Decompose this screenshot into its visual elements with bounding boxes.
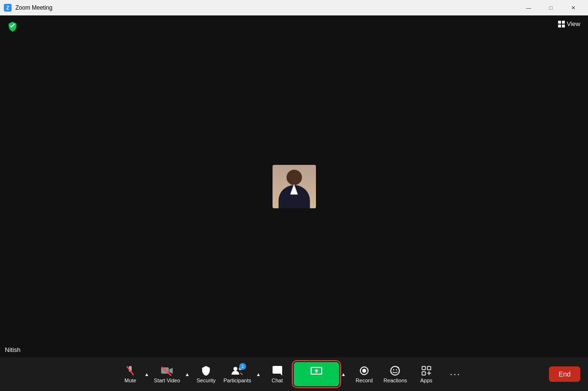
reactions-icon: +: [389, 365, 401, 377]
svg-marker-5: [169, 368, 173, 374]
participants-label: Participants: [223, 378, 251, 383]
video-arrow[interactable]: ▲: [183, 357, 191, 391]
title-bar-left: Z Zoom Meeting: [4, 4, 53, 12]
mute-control: Mute ▲: [118, 357, 151, 391]
svg-point-12: [362, 369, 366, 373]
svg-point-6: [233, 367, 237, 371]
title-bar-controls: — □ ✕: [518, 0, 584, 15]
end-button[interactable]: End: [549, 366, 580, 382]
apps-button[interactable]: Apps: [412, 357, 441, 391]
close-button[interactable]: ✕: [562, 0, 584, 15]
svg-point-14: [393, 369, 394, 370]
participants-arrow[interactable]: ▲: [254, 357, 263, 391]
participant-video: [273, 165, 316, 208]
mute-label: Mute: [124, 378, 136, 383]
svg-rect-18: [427, 366, 431, 370]
record-icon: [358, 365, 370, 377]
svg-text:+: +: [397, 365, 399, 370]
meeting-content: View Nitish: [0, 15, 588, 357]
svg-text:Z: Z: [6, 5, 9, 11]
video-icon: [161, 365, 173, 377]
security-button[interactable]: Security: [191, 357, 220, 391]
share-screen-button[interactable]: Share Screen: [294, 362, 339, 386]
svg-rect-19: [422, 372, 425, 375]
svg-rect-17: [422, 366, 425, 370]
video-button[interactable]: Start Video: [151, 357, 183, 391]
grid-view-icon: [558, 21, 565, 27]
apps-icon: [421, 365, 432, 377]
view-label: View: [567, 20, 580, 27]
view-button[interactable]: View: [558, 20, 580, 27]
zoom-icon: Z: [4, 4, 12, 12]
minimize-button[interactable]: —: [518, 0, 540, 15]
apps-label: Apps: [420, 378, 432, 383]
mute-icon: [124, 365, 136, 377]
title-bar-title: Zoom Meeting: [15, 4, 53, 11]
security-label: Security: [196, 378, 216, 383]
video-control: Start Video ▲: [151, 357, 191, 391]
more-button[interactable]: ···: [441, 357, 470, 391]
record-button[interactable]: Record: [350, 357, 379, 391]
security-icon: [200, 365, 212, 377]
toolbar: Mute ▲ Start Video ▲ Security: [0, 357, 588, 391]
record-label: Record: [356, 378, 372, 383]
share-screen-label: Share Screen: [300, 378, 333, 383]
more-icon: ···: [450, 368, 461, 379]
video-tile: [273, 165, 316, 208]
participants-control: 1 Participants ▲: [220, 357, 262, 391]
participants-button[interactable]: 1 Participants: [220, 357, 254, 391]
reactions-button[interactable]: + Reactions: [379, 357, 412, 391]
video-label: Start Video: [154, 378, 180, 383]
share-screen-arrow[interactable]: ▲: [339, 362, 348, 386]
title-bar: Z Zoom Meeting — □ ✕: [0, 0, 588, 15]
mute-button[interactable]: Mute: [118, 357, 142, 391]
chat-icon: [272, 365, 283, 377]
participants-icon: 1: [231, 365, 244, 377]
maximize-button[interactable]: □: [540, 0, 562, 15]
participants-badge: 1: [239, 363, 246, 370]
share-screen-control: Share Screen ▲: [292, 357, 350, 391]
reactions-label: Reactions: [383, 378, 407, 383]
chat-label: Chat: [272, 378, 283, 383]
participant-name: Nitish: [5, 346, 21, 353]
share-screen-icon: [310, 365, 323, 377]
shield-badge: [8, 21, 17, 34]
mute-arrow[interactable]: ▲: [142, 357, 151, 391]
chat-button[interactable]: Chat: [263, 357, 292, 391]
